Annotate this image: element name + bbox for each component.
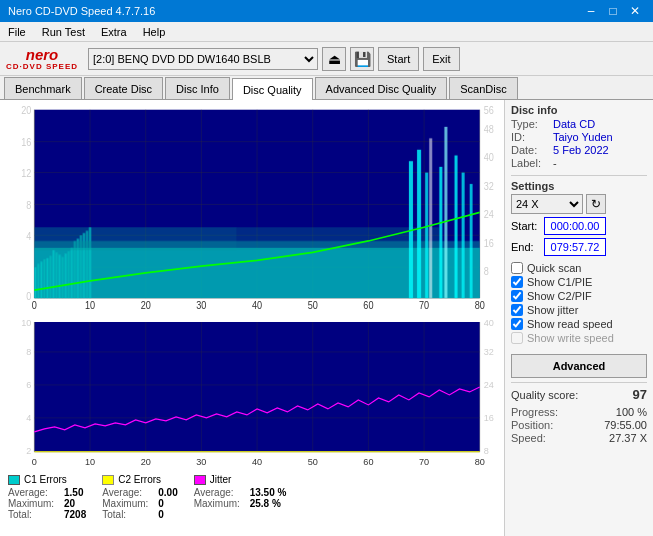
- progress-row: Progress: 100 %: [511, 406, 647, 418]
- svg-text:50: 50: [308, 457, 318, 467]
- disc-id-row: ID: Taiyo Yuden: [511, 131, 647, 143]
- menu-extra[interactable]: Extra: [93, 22, 135, 41]
- legend: C1 Errors Average: 1.50 Maximum: 20 Tota…: [4, 472, 500, 532]
- start-button[interactable]: Start: [378, 47, 419, 71]
- c1-label: C1 Errors: [24, 474, 67, 485]
- eject-button[interactable]: ⏏: [322, 47, 346, 71]
- show-write-speed-checkbox: [511, 332, 523, 344]
- jitter-color: [194, 475, 206, 485]
- disc-label-row: Label: -: [511, 157, 647, 169]
- quick-scan-checkbox[interactable]: [511, 262, 523, 274]
- svg-text:12: 12: [21, 168, 31, 180]
- c2-total-value: 0: [158, 509, 164, 520]
- tab-bar: Benchmark Create Disc Disc Info Disc Qua…: [0, 76, 653, 100]
- tab-advanced-disc-quality[interactable]: Advanced Disc Quality: [315, 77, 448, 99]
- speed-row: 24 X 4 X 8 X 16 X 32 X Max ↻: [511, 194, 647, 214]
- read-speed-row: Show read speed: [511, 318, 647, 330]
- svg-text:0: 0: [32, 300, 38, 312]
- chart-area: 20 16 12 8 4 0 56 48 40 32 24 16 8 0 10 …: [0, 100, 505, 536]
- c1-total-label: Total:: [8, 509, 60, 520]
- title-bar: Nero CD-DVD Speed 4.7.7.16 – □ ✕: [0, 0, 653, 22]
- tab-benchmark[interactable]: Benchmark: [4, 77, 82, 99]
- svg-text:6: 6: [26, 380, 31, 390]
- svg-text:10: 10: [85, 457, 95, 467]
- svg-text:8: 8: [484, 266, 489, 278]
- show-read-speed-label[interactable]: Show read speed: [527, 318, 613, 330]
- quality-score-row: Quality score: 97: [511, 387, 647, 402]
- main-content: 20 16 12 8 4 0 56 48 40 32 24 16 8 0 10 …: [0, 100, 653, 536]
- disc-info-title: Disc info: [511, 104, 647, 116]
- minimize-button[interactable]: –: [581, 2, 601, 20]
- drive-select[interactable]: [2:0] BENQ DVD DD DW1640 BSLB: [88, 48, 318, 70]
- show-c1-checkbox[interactable]: [511, 276, 523, 288]
- svg-text:70: 70: [419, 457, 429, 467]
- menu-file[interactable]: File: [0, 22, 34, 41]
- speed-select[interactable]: 24 X 4 X 8 X 16 X 32 X Max: [511, 194, 583, 214]
- position-row: Position: 79:55.00: [511, 419, 647, 431]
- side-panel: Disc info Type: Data CD ID: Taiyo Yuden …: [505, 100, 653, 536]
- svg-text:30: 30: [196, 300, 207, 312]
- checkboxes-section: Quick scan Show C1/PIE Show C2/PIF Show …: [511, 262, 647, 344]
- svg-text:40: 40: [252, 300, 263, 312]
- c1-total-value: 7208: [64, 509, 86, 520]
- svg-text:10: 10: [21, 318, 31, 328]
- show-c2-checkbox[interactable]: [511, 290, 523, 302]
- disc-type-label: Type:: [511, 118, 553, 130]
- progress-value: 100 %: [616, 406, 647, 418]
- save-button[interactable]: 💾: [350, 47, 374, 71]
- tab-scandisc[interactable]: ScanDisc: [449, 77, 517, 99]
- svg-rect-43: [439, 167, 442, 298]
- close-button[interactable]: ✕: [625, 2, 645, 20]
- svg-text:24: 24: [484, 209, 495, 221]
- svg-text:0: 0: [32, 457, 37, 467]
- show-c1-label[interactable]: Show C1/PIE: [527, 276, 592, 288]
- tab-disc-info[interactable]: Disc Info: [165, 77, 230, 99]
- svg-text:16: 16: [21, 137, 31, 149]
- end-label: End:: [511, 241, 541, 253]
- tab-disc-quality[interactable]: Disc Quality: [232, 78, 313, 100]
- svg-text:50: 50: [308, 300, 319, 312]
- start-time-field[interactable]: [544, 217, 606, 235]
- c2-max-value: 0: [158, 498, 164, 509]
- speed-display-value: 27.37 X: [609, 432, 647, 444]
- settings-title: Settings: [511, 180, 647, 192]
- advanced-button[interactable]: Advanced: [511, 354, 647, 378]
- svg-text:70: 70: [419, 300, 430, 312]
- show-jitter-label[interactable]: Show jitter: [527, 304, 578, 316]
- jitter-label: Jitter: [210, 474, 232, 485]
- show-read-speed-checkbox[interactable]: [511, 318, 523, 330]
- quality-score-value: 97: [633, 387, 647, 402]
- svg-text:40: 40: [484, 318, 494, 328]
- c2-label: C2 Errors: [118, 474, 161, 485]
- svg-rect-37: [34, 227, 236, 250]
- quick-scan-label[interactable]: Quick scan: [527, 262, 581, 274]
- svg-text:4: 4: [26, 413, 31, 423]
- show-c2-label[interactable]: Show C2/PIF: [527, 290, 592, 302]
- svg-text:8: 8: [484, 446, 489, 456]
- c1-color: [8, 475, 20, 485]
- end-time-field[interactable]: [544, 238, 606, 256]
- svg-text:2: 2: [26, 446, 31, 456]
- svg-text:10: 10: [85, 300, 96, 312]
- refresh-button[interactable]: ↻: [586, 194, 606, 214]
- disc-info-section: Disc info Type: Data CD ID: Taiyo Yuden …: [511, 104, 647, 169]
- svg-text:4: 4: [26, 230, 32, 242]
- svg-text:24: 24: [484, 380, 494, 390]
- maximize-button[interactable]: □: [603, 2, 623, 20]
- speed-display-row: Speed: 27.37 X: [511, 432, 647, 444]
- show-jitter-checkbox[interactable]: [511, 304, 523, 316]
- menu-bar: File Run Test Extra Help: [0, 22, 653, 42]
- c2-max-label: Maximum:: [102, 498, 154, 509]
- exit-button[interactable]: Exit: [423, 47, 459, 71]
- progress-section: Progress: 100 % Position: 79:55.00 Speed…: [511, 406, 647, 444]
- toolbar: nero CD·DVD SPEED [2:0] BENQ DVD DD DW16…: [0, 42, 653, 76]
- c1-max-value: 20: [64, 498, 75, 509]
- disc-label-label: Label:: [511, 157, 553, 169]
- menu-help[interactable]: Help: [135, 22, 174, 41]
- svg-text:80: 80: [475, 300, 486, 312]
- svg-text:32: 32: [484, 347, 494, 357]
- tab-create-disc[interactable]: Create Disc: [84, 77, 163, 99]
- menu-run-test[interactable]: Run Test: [34, 22, 93, 41]
- svg-text:20: 20: [141, 457, 151, 467]
- svg-rect-41: [425, 172, 428, 298]
